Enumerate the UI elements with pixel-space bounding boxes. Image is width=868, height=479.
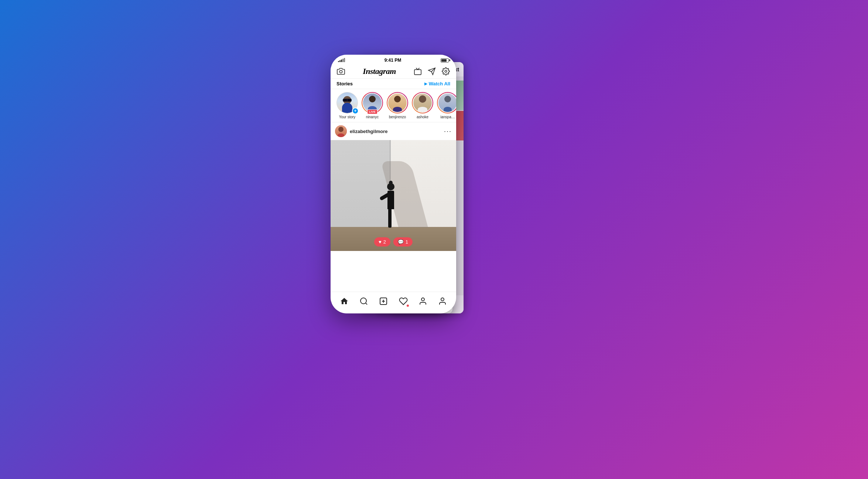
watch-all-button[interactable]: ▶ Watch All bbox=[424, 81, 450, 86]
svg-point-5 bbox=[360, 298, 366, 304]
add-story-button[interactable]: + bbox=[352, 108, 359, 114]
status-right bbox=[441, 58, 449, 62]
heart-nav-button[interactable] bbox=[399, 296, 408, 306]
stories-label: Stories bbox=[336, 81, 353, 86]
post-user-avatar[interactable] bbox=[335, 125, 347, 137]
signal-indicator bbox=[338, 58, 345, 62]
post-username[interactable]: elizabethgilmore bbox=[350, 129, 388, 134]
signal-bars bbox=[338, 58, 345, 62]
settings-button[interactable] bbox=[441, 67, 450, 76]
search-nav-button[interactable] bbox=[359, 296, 369, 306]
igtv-button[interactable] bbox=[413, 67, 422, 76]
main-phone: 9:41 PM Instagram bbox=[331, 55, 456, 313]
post-image: ♥ 2 💬 1 bbox=[331, 140, 456, 251]
story-avatar-benjirenzo bbox=[387, 93, 407, 113]
camera-button[interactable] bbox=[336, 67, 345, 76]
battery-icon bbox=[441, 58, 449, 62]
comments-badge[interactable]: 💬 1 bbox=[393, 237, 413, 247]
ashoke-avatar-wrap bbox=[412, 92, 433, 113]
battery-fill bbox=[441, 59, 447, 62]
ashoke-label: ashoke bbox=[417, 115, 428, 119]
home-nav-button[interactable] bbox=[339, 296, 349, 306]
svg-point-0 bbox=[339, 70, 342, 73]
likes-badge[interactable]: ♥ 2 bbox=[374, 237, 390, 247]
story-item-ianspa[interactable]: ianspa… bbox=[437, 92, 456, 119]
svg-line-6 bbox=[366, 303, 367, 305]
story-avatar-ashoke bbox=[413, 93, 433, 113]
profile-nav-button[interactable] bbox=[418, 296, 428, 306]
status-time: 9:41 PM bbox=[385, 58, 401, 63]
your-story-avatar-wrap: + bbox=[336, 92, 358, 113]
stories-row: + Your story bbox=[331, 89, 456, 122]
svg-point-11 bbox=[441, 298, 444, 301]
your-story-label: Your story bbox=[339, 115, 356, 119]
ianspa-avatar-wrap bbox=[437, 92, 456, 113]
story-item-yourstory[interactable]: + Your story bbox=[336, 92, 358, 119]
stories-header: Stories ▶ Watch All bbox=[331, 79, 456, 89]
signal-bar-3 bbox=[341, 60, 342, 62]
watch-all-label: Watch All bbox=[429, 81, 450, 86]
ninanyc-label: ninanyc bbox=[366, 115, 379, 119]
likes-count: 2 bbox=[383, 239, 386, 245]
status-bar: 9:41 PM bbox=[331, 55, 456, 64]
add-nav-button[interactable] bbox=[379, 296, 388, 306]
instagram-logo: Instagram bbox=[363, 67, 396, 76]
post-more-button[interactable]: ··· bbox=[444, 128, 452, 135]
svg-rect-1 bbox=[414, 69, 421, 75]
post-engagement-overlay: ♥ 2 💬 1 bbox=[374, 237, 413, 247]
header-icons bbox=[413, 67, 450, 76]
story-ring-ianspa bbox=[437, 92, 456, 113]
post-header: elizabethgilmore ··· bbox=[331, 122, 456, 140]
signal-bar-1 bbox=[338, 61, 339, 62]
signal-bar-4 bbox=[342, 59, 344, 62]
benjirenzo-avatar-wrap bbox=[387, 92, 408, 113]
story-ring-benjirenzo bbox=[387, 92, 408, 113]
comments-count: 1 bbox=[406, 239, 408, 245]
signal-bar-2 bbox=[339, 60, 341, 62]
person-figure bbox=[387, 183, 394, 228]
direct-button[interactable] bbox=[427, 67, 436, 76]
story-ring-ashoke bbox=[412, 92, 433, 113]
post-user-info: elizabethgilmore bbox=[335, 125, 388, 137]
live-badge: LIVE bbox=[367, 109, 377, 114]
watch-all-triangle: ▶ bbox=[424, 82, 427, 86]
svg-point-10 bbox=[421, 298, 424, 301]
phone-stack: ℹ️ Next ⚡ M... uctur... Next bbox=[331, 55, 537, 424]
story-item-ninanyc[interactable]: LIVE ninanyc bbox=[362, 92, 383, 119]
activity-nav-button[interactable] bbox=[438, 296, 447, 306]
svg-point-4 bbox=[445, 70, 447, 72]
comment-icon: 💬 bbox=[398, 239, 404, 245]
heart-icon-post: ♥ bbox=[379, 239, 382, 245]
ianspa-label: ianspa… bbox=[440, 115, 455, 119]
story-avatar-ianspa bbox=[438, 93, 456, 113]
story-item-benjirenzo[interactable]: benjirenzo bbox=[387, 92, 408, 119]
story-item-ashoke[interactable]: ashoke bbox=[412, 92, 433, 119]
ninanyc-avatar-wrap: LIVE bbox=[362, 92, 383, 113]
instagram-header: Instagram bbox=[331, 64, 456, 79]
heart-notification-dot bbox=[407, 305, 409, 307]
bottom-navigation bbox=[331, 292, 456, 313]
benjirenzo-label: benjirenzo bbox=[389, 115, 406, 119]
signal-bar-5 bbox=[344, 58, 345, 62]
